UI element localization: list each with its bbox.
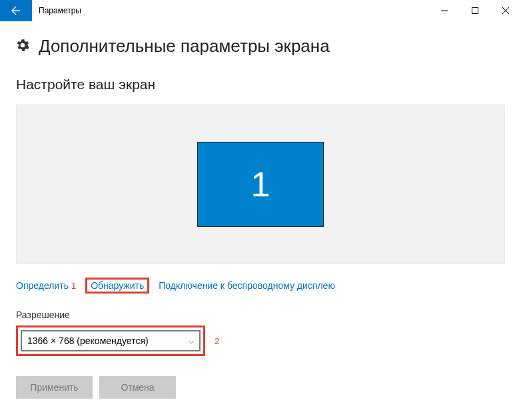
gear-icon xyxy=(16,39,29,54)
window-controls xyxy=(429,0,521,21)
action-buttons: Применить Отмена xyxy=(16,376,505,399)
detect-link[interactable]: Обнаружить xyxy=(91,280,144,291)
window-title: Параметры xyxy=(32,0,429,21)
page-header: Дополнительные параметры экрана xyxy=(16,36,505,57)
titlebar: Параметры xyxy=(0,0,521,21)
maximize-button[interactable] xyxy=(460,0,490,21)
content-area: Дополнительные параметры экрана Настройт… xyxy=(0,21,521,399)
annotation-1: 1 xyxy=(71,281,76,291)
display-links: Определить 1 Обнаружить Подключение к бе… xyxy=(16,278,505,294)
identify-link[interactable]: Определить xyxy=(16,280,69,291)
wireless-display-link[interactable]: Подключение к беспроводному дисплею xyxy=(159,280,335,291)
annotation-2: 2 xyxy=(215,336,219,346)
minimize-icon xyxy=(441,7,448,14)
display-preview-area[interactable]: 1 xyxy=(16,105,505,264)
annotation-highlight-2: 1366 × 768 (рекомендуется) ⌵ xyxy=(16,325,205,356)
maximize-icon xyxy=(472,7,478,14)
monitor-1[interactable]: 1 xyxy=(197,142,324,227)
close-icon xyxy=(502,7,509,14)
svg-rect-0 xyxy=(472,8,478,14)
resolution-label: Разрешение xyxy=(16,310,505,320)
cancel-button[interactable]: Отмена xyxy=(99,376,176,399)
annotation-highlight-1: Обнаружить xyxy=(85,278,149,294)
resolution-selected-value: 1366 × 768 (рекомендуется) xyxy=(27,335,149,346)
back-button[interactable] xyxy=(0,0,32,21)
close-button[interactable] xyxy=(490,0,521,21)
minimize-button[interactable] xyxy=(429,0,460,21)
page-title: Дополнительные параметры экрана xyxy=(39,36,330,57)
apply-button[interactable]: Применить xyxy=(16,376,93,399)
resolution-dropdown[interactable]: 1366 × 768 (рекомендуется) ⌵ xyxy=(21,330,201,351)
monitor-number: 1 xyxy=(251,164,270,204)
section-header: Настройте ваш экран xyxy=(16,77,505,93)
back-arrow-icon xyxy=(11,5,21,16)
chevron-down-icon: ⌵ xyxy=(189,337,194,345)
resolution-row: 1366 × 768 (рекомендуется) ⌵ 2 xyxy=(16,325,505,356)
